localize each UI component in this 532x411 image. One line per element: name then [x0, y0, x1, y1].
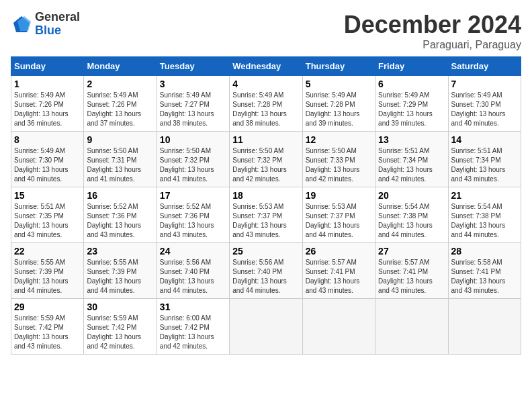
day-header-thursday: Thursday — [302, 57, 375, 76]
day-info: Sunrise: 5:49 AM Sunset: 7:30 PM Dayligh… — [14, 147, 69, 183]
table-row: 12Sunrise: 5:50 AM Sunset: 7:33 PM Dayli… — [302, 132, 375, 187]
table-row: 5Sunrise: 5:49 AM Sunset: 7:28 PM Daylig… — [302, 76, 375, 132]
table-row: 14Sunrise: 5:51 AM Sunset: 7:34 PM Dayli… — [448, 132, 521, 187]
table-row — [448, 299, 521, 355]
day-info: Sunrise: 5:51 AM Sunset: 7:34 PM Dayligh… — [378, 147, 433, 183]
table-row: 3Sunrise: 5:49 AM Sunset: 7:27 PM Daylig… — [157, 76, 229, 132]
calendar-week-4: 22Sunrise: 5:55 AM Sunset: 7:39 PM Dayli… — [11, 243, 521, 299]
location-subtitle: Paraguari, Paraguay — [344, 39, 521, 51]
day-info: Sunrise: 5:54 AM Sunset: 7:38 PM Dayligh… — [378, 203, 433, 238]
day-number: 9 — [87, 134, 153, 145]
day-number: 22 — [14, 246, 81, 257]
day-info: Sunrise: 5:59 AM Sunset: 7:42 PM Dayligh… — [14, 314, 69, 350]
day-number: 30 — [87, 302, 153, 312]
day-info: Sunrise: 5:57 AM Sunset: 7:41 PM Dayligh… — [306, 259, 360, 294]
table-row: 13Sunrise: 5:51 AM Sunset: 7:34 PM Dayli… — [375, 132, 448, 187]
day-number: 18 — [232, 190, 299, 201]
table-row: 23Sunrise: 5:55 AM Sunset: 7:39 PM Dayli… — [84, 243, 157, 299]
table-row: 8Sunrise: 5:49 AM Sunset: 7:30 PM Daylig… — [11, 132, 84, 187]
day-info: Sunrise: 5:49 AM Sunset: 7:26 PM Dayligh… — [14, 91, 69, 127]
day-number: 12 — [306, 134, 372, 145]
month-title: December 2024 — [344, 11, 521, 39]
calendar-week-1: 1Sunrise: 5:49 AM Sunset: 7:26 PM Daylig… — [11, 76, 521, 132]
day-header-row: SundayMondayTuesdayWednesdayThursdayFrid… — [11, 57, 521, 76]
day-number: 2 — [87, 79, 153, 89]
day-number: 29 — [14, 302, 81, 312]
day-number: 7 — [451, 79, 518, 89]
table-row: 9Sunrise: 5:50 AM Sunset: 7:31 PM Daylig… — [84, 132, 157, 187]
calendar-table: SundayMondayTuesdayWednesdayThursdayFrid… — [11, 56, 521, 355]
day-header-sunday: Sunday — [11, 57, 84, 76]
table-row: 2Sunrise: 5:49 AM Sunset: 7:26 PM Daylig… — [84, 76, 157, 132]
table-row: 27Sunrise: 5:57 AM Sunset: 7:41 PM Dayli… — [375, 243, 448, 299]
table-row: 7Sunrise: 5:49 AM Sunset: 7:30 PM Daylig… — [448, 76, 521, 132]
day-number: 6 — [378, 79, 445, 89]
day-info: Sunrise: 5:49 AM Sunset: 7:30 PM Dayligh… — [451, 91, 506, 127]
day-info: Sunrise: 6:00 AM Sunset: 7:42 PM Dayligh… — [160, 314, 214, 350]
day-info: Sunrise: 5:52 AM Sunset: 7:36 PM Dayligh… — [160, 203, 214, 238]
day-number: 5 — [306, 79, 372, 89]
day-number: 23 — [87, 246, 153, 257]
day-number: 26 — [306, 246, 372, 257]
table-row — [375, 299, 448, 355]
table-row: 18Sunrise: 5:53 AM Sunset: 7:37 PM Dayli… — [230, 187, 302, 243]
table-row: 10Sunrise: 5:50 AM Sunset: 7:32 PM Dayli… — [157, 132, 229, 187]
table-row: 19Sunrise: 5:53 AM Sunset: 7:37 PM Dayli… — [302, 187, 375, 243]
calendar-week-2: 8Sunrise: 5:49 AM Sunset: 7:30 PM Daylig… — [11, 132, 521, 187]
day-info: Sunrise: 5:49 AM Sunset: 7:27 PM Dayligh… — [160, 91, 214, 127]
table-row: 6Sunrise: 5:49 AM Sunset: 7:29 PM Daylig… — [375, 76, 448, 132]
logo-text: General Blue — [35, 11, 80, 38]
day-info: Sunrise: 5:50 AM Sunset: 7:33 PM Dayligh… — [306, 147, 360, 183]
day-info: Sunrise: 5:55 AM Sunset: 7:39 PM Dayligh… — [87, 259, 141, 294]
table-row: 22Sunrise: 5:55 AM Sunset: 7:39 PM Dayli… — [11, 243, 84, 299]
day-number: 14 — [451, 134, 518, 145]
day-info: Sunrise: 5:49 AM Sunset: 7:28 PM Dayligh… — [306, 91, 360, 127]
day-info: Sunrise: 5:53 AM Sunset: 7:37 PM Dayligh… — [306, 203, 360, 238]
day-info: Sunrise: 5:55 AM Sunset: 7:39 PM Dayligh… — [14, 259, 69, 294]
day-header-monday: Monday — [84, 57, 157, 76]
day-info: Sunrise: 5:49 AM Sunset: 7:28 PM Dayligh… — [232, 91, 287, 127]
day-info: Sunrise: 5:49 AM Sunset: 7:29 PM Dayligh… — [378, 91, 433, 127]
day-info: Sunrise: 5:49 AM Sunset: 7:26 PM Dayligh… — [87, 91, 141, 127]
day-info: Sunrise: 5:54 AM Sunset: 7:38 PM Dayligh… — [451, 203, 506, 238]
day-header-saturday: Saturday — [448, 57, 521, 76]
day-number: 8 — [14, 134, 81, 145]
table-row: 4Sunrise: 5:49 AM Sunset: 7:28 PM Daylig… — [230, 76, 302, 132]
table-row: 29Sunrise: 5:59 AM Sunset: 7:42 PM Dayli… — [11, 299, 84, 355]
logo-icon — [11, 13, 32, 35]
table-row — [302, 299, 375, 355]
table-row: 11Sunrise: 5:50 AM Sunset: 7:32 PM Dayli… — [230, 132, 302, 187]
table-row: 16Sunrise: 5:52 AM Sunset: 7:36 PM Dayli… — [84, 187, 157, 243]
table-row: 24Sunrise: 5:56 AM Sunset: 7:40 PM Dayli… — [157, 243, 229, 299]
day-info: Sunrise: 5:57 AM Sunset: 7:41 PM Dayligh… — [378, 259, 433, 294]
table-row: 1Sunrise: 5:49 AM Sunset: 7:26 PM Daylig… — [11, 76, 84, 132]
calendar-week-3: 15Sunrise: 5:51 AM Sunset: 7:35 PM Dayli… — [11, 187, 521, 243]
day-info: Sunrise: 5:56 AM Sunset: 7:40 PM Dayligh… — [160, 259, 214, 294]
day-number: 24 — [160, 246, 226, 257]
logo-general-text: General — [35, 11, 80, 24]
table-row: 26Sunrise: 5:57 AM Sunset: 7:41 PM Dayli… — [302, 243, 375, 299]
day-info: Sunrise: 5:51 AM Sunset: 7:34 PM Dayligh… — [451, 147, 506, 183]
header: General Blue December 2024 Paraguari, Pa… — [11, 11, 521, 51]
day-number: 3 — [160, 79, 226, 89]
day-info: Sunrise: 5:50 AM Sunset: 7:31 PM Dayligh… — [87, 147, 141, 183]
day-number: 21 — [451, 190, 518, 201]
day-number: 10 — [160, 134, 226, 145]
title-area: December 2024 Paraguari, Paraguay — [344, 11, 521, 51]
day-info: Sunrise: 5:50 AM Sunset: 7:32 PM Dayligh… — [232, 147, 287, 183]
day-number: 13 — [378, 134, 445, 145]
table-row: 31Sunrise: 6:00 AM Sunset: 7:42 PM Dayli… — [157, 299, 229, 355]
day-number: 28 — [451, 246, 518, 257]
day-info: Sunrise: 5:56 AM Sunset: 7:40 PM Dayligh… — [232, 259, 287, 294]
day-header-friday: Friday — [375, 57, 448, 76]
day-number: 17 — [160, 190, 226, 201]
logo: General Blue — [11, 11, 80, 38]
calendar-week-5: 29Sunrise: 5:59 AM Sunset: 7:42 PM Dayli… — [11, 299, 521, 355]
table-row: 15Sunrise: 5:51 AM Sunset: 7:35 PM Dayli… — [11, 187, 84, 243]
table-row: 17Sunrise: 5:52 AM Sunset: 7:36 PM Dayli… — [157, 187, 229, 243]
day-number: 27 — [378, 246, 445, 257]
table-row: 28Sunrise: 5:58 AM Sunset: 7:41 PM Dayli… — [448, 243, 521, 299]
day-info: Sunrise: 5:50 AM Sunset: 7:32 PM Dayligh… — [160, 147, 214, 183]
table-row: 21Sunrise: 5:54 AM Sunset: 7:38 PM Dayli… — [448, 187, 521, 243]
logo-blue-text: Blue — [35, 24, 80, 38]
